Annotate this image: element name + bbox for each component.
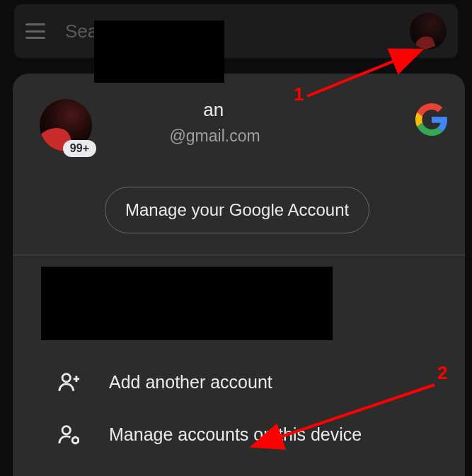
manage-google-account-button[interactable]: Manage your Google Account bbox=[105, 187, 369, 233]
google-logo-icon bbox=[415, 103, 448, 136]
unread-badge: 99+ bbox=[63, 140, 96, 157]
avatar-wrap: 99+ bbox=[40, 99, 92, 151]
search-bar[interactable]: Search mail bbox=[14, 4, 458, 58]
manage-device-label: Manage accounts on this device bbox=[109, 424, 362, 445]
manage-person-icon bbox=[55, 422, 84, 446]
account-avatar-small[interactable] bbox=[410, 13, 447, 50]
account-email: @gmail.com bbox=[106, 127, 441, 146]
annotation-2: 2 bbox=[437, 362, 447, 384]
account-text: an @gmail.com bbox=[106, 99, 441, 146]
account-panel: 99+ an @gmail.com Manage your Google Acc… bbox=[13, 74, 465, 476]
add-another-account-row[interactable]: Add another account bbox=[13, 356, 465, 408]
name-suffix: an bbox=[203, 99, 224, 120]
redacted-secondary-account bbox=[41, 267, 333, 340]
annotation-1: 1 bbox=[294, 83, 304, 105]
svg-point-0 bbox=[62, 374, 70, 382]
svg-point-4 bbox=[72, 437, 79, 443]
add-account-label: Add another account bbox=[109, 372, 272, 393]
redacted-name-block bbox=[94, 21, 224, 83]
account-name: an bbox=[106, 99, 441, 121]
email-suffix: @gmail.com bbox=[169, 127, 260, 145]
svg-point-3 bbox=[62, 426, 70, 434]
hamburger-menu-icon[interactable] bbox=[25, 23, 45, 39]
divider bbox=[13, 255, 465, 255]
account-header: 99+ an @gmail.com bbox=[13, 74, 465, 166]
add-person-icon bbox=[55, 370, 84, 394]
manage-accounts-device-row[interactable]: Manage accounts on this device bbox=[13, 408, 465, 460]
